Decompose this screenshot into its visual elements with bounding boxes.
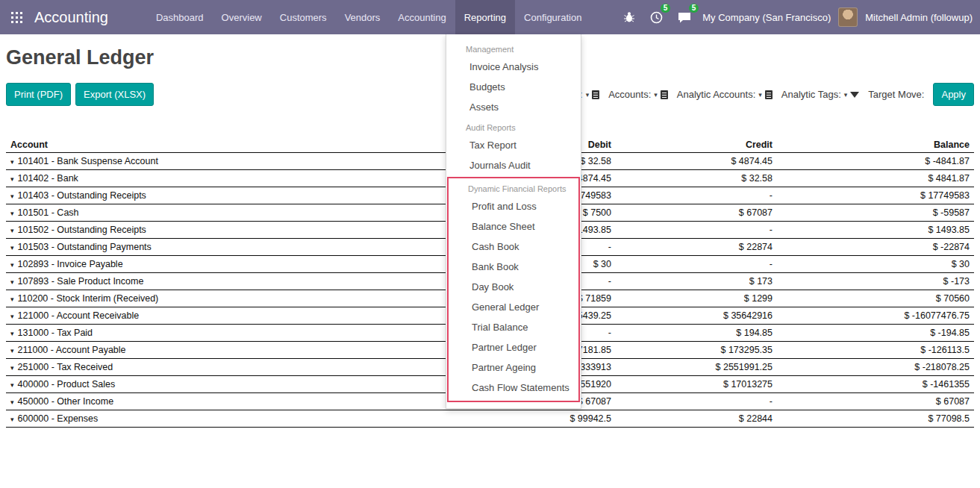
expand-caret-icon[interactable]: ▾: [10, 227, 14, 234]
expand-caret-icon[interactable]: ▾: [10, 278, 14, 286]
expand-caret-icon[interactable]: ▾: [10, 158, 14, 166]
expand-caret-icon[interactable]: ▾: [10, 330, 14, 337]
avatar: [838, 7, 858, 27]
balance-cell: $ -218078.25: [777, 359, 974, 376]
menu-item-profit-and-loss[interactable]: Profit and Loss: [449, 196, 578, 216]
filter-analytic-accounts[interactable]: Analytic Accounts:▾: [677, 89, 773, 100]
column-header-account: Account: [6, 137, 447, 153]
table-row: ▾600000 - Expenses$ 99942.5$ 22844$ 7709…: [6, 410, 974, 428]
menu-item-trial-balance[interactable]: Trial Balance: [449, 317, 578, 337]
menu-item-partner-ledger[interactable]: Partner Ledger: [449, 337, 578, 357]
expand-caret-icon[interactable]: ▾: [10, 381, 14, 389]
menu-item-journals-audit[interactable]: Journals Audit: [446, 155, 581, 175]
apps-menu-button[interactable]: [0, 0, 33, 34]
chevron-down-icon: ▾: [758, 91, 762, 98]
activities-button[interactable]: 5: [646, 10, 667, 25]
account-cell: ▾101501 - Cash: [6, 204, 447, 222]
nav-item-customers[interactable]: Customers: [271, 0, 336, 34]
menu-item-balance-sheet[interactable]: Balance Sheet: [449, 216, 578, 237]
balance-cell: $ 1493.85: [777, 222, 974, 239]
expand-caret-icon[interactable]: ▾: [10, 295, 14, 303]
balance-cell: $ -1461355: [777, 376, 974, 393]
menu-item-budgets[interactable]: Budgets: [446, 77, 581, 97]
menu-item-cash-flow-statements[interactable]: Cash Flow Statements: [449, 378, 578, 398]
account-cell: ▾107893 - Sale Product Income: [6, 273, 447, 290]
activity-badge: 5: [661, 4, 671, 13]
expand-caret-icon[interactable]: ▾: [10, 193, 14, 200]
account-cell: ▾102893 - Invoice Payable: [6, 256, 447, 273]
book-icon: [661, 90, 668, 99]
menu-section-management: ManagementInvoice AnalysisBudgetsAssets: [446, 39, 581, 117]
balance-cell: $ -4841.87: [777, 153, 974, 170]
menu-item-general-ledger[interactable]: General Ledger: [449, 297, 578, 317]
book-icon: [592, 90, 599, 99]
balance-cell: $ -59587: [777, 204, 974, 222]
expand-caret-icon[interactable]: ▾: [10, 261, 14, 269]
filter-analytic-tags[interactable]: Analytic Tags:▾: [781, 89, 860, 100]
credit-cell: $ 173: [616, 273, 777, 290]
menu-item-partner-ageing[interactable]: Partner Ageing: [449, 357, 578, 378]
debug-button[interactable]: [619, 10, 639, 25]
balance-cell: $ -173: [777, 273, 974, 290]
credit-cell: $ 22844: [616, 410, 777, 428]
user-menu[interactable]: Mitchell Admin (followup): [865, 12, 973, 23]
expand-caret-icon[interactable]: ▾: [10, 210, 14, 217]
account-cell: ▾600000 - Expenses: [6, 410, 447, 428]
menu-section-dynamic-financial-reports: Dynamic Financial ReportsProfit and Loss…: [447, 177, 580, 402]
menu-item-day-book[interactable]: Day Book: [449, 277, 578, 297]
expand-caret-icon[interactable]: ▾: [10, 175, 14, 183]
app-brand[interactable]: Accounting: [33, 9, 119, 26]
account-cell: ▾121000 - Account Receivable: [6, 307, 447, 325]
account-cell: ▾101402 - Bank: [6, 170, 447, 187]
messages-button[interactable]: 5: [674, 10, 695, 25]
menu-item-invoice-analysis[interactable]: Invoice Analysis: [446, 57, 581, 77]
company-switcher[interactable]: My Company (San Francisco): [702, 12, 831, 23]
credit-cell: $ 173295.35: [616, 342, 777, 359]
balance-cell: $ 4841.87: [777, 170, 974, 187]
nav-item-accounting[interactable]: Accounting: [389, 0, 455, 34]
credit-cell: -: [616, 256, 777, 273]
expand-caret-icon[interactable]: ▾: [10, 364, 14, 372]
filter-target-move[interactable]: Target Move:: [868, 89, 924, 100]
account-cell: ▾101401 - Bank Suspense Account: [6, 153, 447, 170]
export-xlsx-button[interactable]: Export (XLSX): [75, 83, 154, 106]
account-cell: ▾101403 - Outstanding Receipts: [6, 187, 447, 204]
column-header-credit: Credit: [616, 137, 777, 153]
filter-label: Analytic Accounts:: [677, 89, 756, 100]
expand-caret-icon[interactable]: ▾: [10, 398, 14, 406]
chevron-down-icon: ▾: [586, 91, 590, 98]
expand-caret-icon[interactable]: ▾: [10, 313, 14, 320]
filter-accounts[interactable]: Accounts:▾: [608, 89, 668, 100]
credit-cell: $ 67087: [616, 204, 777, 222]
apply-button[interactable]: Apply: [933, 83, 974, 106]
print-pdf-button[interactable]: Print (PDF): [6, 83, 71, 106]
balance-cell: $ 70560: [777, 290, 974, 307]
nav-item-reporting[interactable]: Reporting: [455, 0, 515, 34]
bug-icon: [623, 11, 635, 23]
account-cell: ▾101502 - Outstanding Receipts: [6, 222, 447, 239]
menu-item-bank-book[interactable]: Bank Book: [449, 257, 578, 277]
menu-item-tax-report[interactable]: Tax Report: [446, 135, 581, 155]
debit-cell: $ 99942.5: [447, 410, 616, 428]
nav-item-vendors[interactable]: Vendors: [336, 0, 390, 34]
expand-caret-icon[interactable]: ▾: [10, 244, 14, 251]
balance-cell: $ -22874: [777, 239, 974, 256]
filter-label: Target Move:: [868, 89, 924, 100]
account-cell: ▾110200 - Stock Interim (Received): [6, 290, 447, 307]
filters-bar: Journals:▾Accounts:▾Analytic Accounts:▾A…: [543, 89, 925, 100]
nav-item-dashboard[interactable]: Dashboard: [147, 0, 213, 34]
expand-caret-icon[interactable]: ▾: [10, 416, 14, 423]
nav-item-configuration[interactable]: Configuration: [515, 0, 590, 34]
chat-icon: [678, 11, 691, 23]
grid-icon: [11, 12, 22, 23]
menu-item-assets[interactable]: Assets: [446, 97, 581, 117]
menu-item-cash-book[interactable]: Cash Book: [449, 237, 578, 257]
expand-caret-icon[interactable]: ▾: [10, 347, 14, 354]
balance-cell: $ -194.85: [777, 325, 974, 342]
column-header-balance: Balance: [777, 137, 974, 153]
credit-cell: $ 194.85: [616, 325, 777, 342]
funnel-icon: [850, 92, 859, 98]
balance-cell: $ -126113.5: [777, 342, 974, 359]
nav-item-overview[interactable]: Overview: [213, 0, 271, 34]
account-cell: ▾131000 - Tax Paid: [6, 325, 447, 342]
